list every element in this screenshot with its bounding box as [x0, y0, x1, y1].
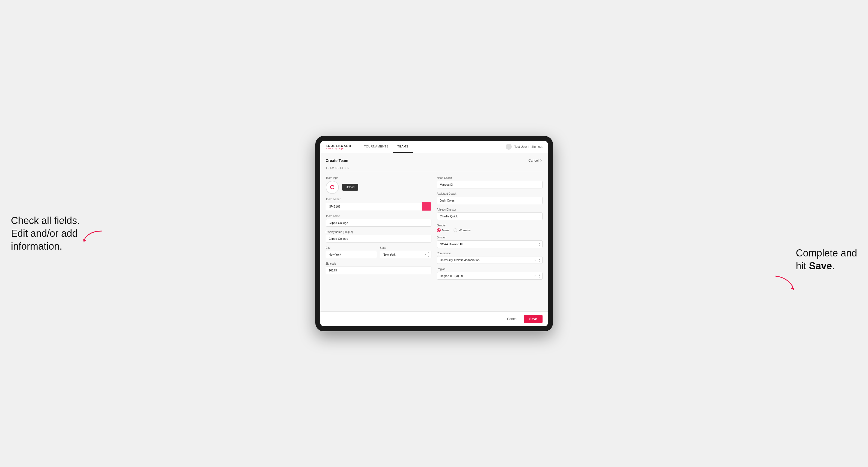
- team-logo-area: C Upload: [326, 181, 431, 194]
- annotation-save-bold: Save: [809, 260, 832, 272]
- tab-tournaments[interactable]: TOURNAMENTS: [360, 141, 393, 153]
- annotation-right-end: .: [832, 260, 835, 272]
- division-label: Division: [437, 236, 542, 239]
- team-logo-circle: C: [326, 181, 339, 194]
- city-input[interactable]: [326, 251, 377, 258]
- right-arrow: [773, 275, 795, 292]
- display-name-group: Display name (unique): [326, 230, 431, 243]
- region-clear-icon[interactable]: ✕: [534, 274, 536, 277]
- team-name-input[interactable]: [326, 219, 431, 227]
- region-label: Region: [437, 268, 542, 271]
- athletic-director-group: Athletic Director: [437, 208, 542, 220]
- state-label: State: [380, 246, 431, 249]
- section-label: TEAM DETAILS: [326, 166, 542, 172]
- state-clear-icon[interactable]: ✕: [424, 253, 427, 256]
- team-name-label: Team name: [326, 215, 431, 218]
- cancel-button-top[interactable]: Cancel ✕: [528, 159, 542, 162]
- radio-mens-dot: [437, 228, 441, 232]
- tab-teams[interactable]: TEAMS: [393, 141, 412, 153]
- create-team-header: Create Team Cancel ✕: [326, 158, 542, 163]
- nav-bar: SCOREBOARD Powered by clippd TOURNAMENTS…: [320, 141, 548, 153]
- assistant-coach-label: Assistant Coach: [437, 192, 542, 195]
- team-name-group: Team name: [326, 215, 431, 227]
- head-coach-input[interactable]: [437, 181, 542, 188]
- display-name-input[interactable]: [326, 235, 431, 243]
- team-colour-label: Team colour: [326, 198, 431, 201]
- team-logo-label: Team logo: [326, 177, 431, 180]
- gender-womens-label: Womens: [459, 228, 470, 232]
- head-coach-label: Head Coach: [437, 177, 542, 180]
- state-select[interactable]: New York: [380, 251, 431, 258]
- gender-group: Gender Mens Womens: [437, 224, 542, 232]
- conference-dropdown-wrapper: University Athletic Association ✕ ▲▼: [437, 256, 542, 264]
- division-dropdown-wrapper: NCAA Division III ▲▼: [437, 240, 542, 248]
- gender-mens-option[interactable]: Mens: [437, 228, 450, 232]
- athletic-director-label: Athletic Director: [437, 208, 542, 211]
- colour-swatch[interactable]: [422, 202, 431, 211]
- right-annotation: Complete and hit Save.: [796, 247, 857, 273]
- tablet-screen: SCOREBOARD Powered by clippd TOURNAMENTS…: [320, 141, 548, 326]
- page-wrapper: Check all fields. Edit and/or add inform…: [11, 136, 857, 331]
- form-layout: Team logo C Upload Team colour: [326, 177, 542, 283]
- annotation-line2: Edit and/or add: [11, 228, 78, 239]
- division-group: Division NCAA Division III ▲▼: [437, 236, 542, 248]
- conference-group: Conference University Athletic Associati…: [437, 252, 542, 264]
- team-logo-group: Team logo C Upload: [326, 177, 431, 194]
- annotation-right-line1: Complete and: [796, 247, 857, 259]
- region-select[interactable]: Region II - (M) DIII: [437, 272, 542, 280]
- athletic-director-input[interactable]: [437, 213, 542, 220]
- user-label: Test User |: [515, 145, 529, 148]
- colour-input-wrapper: [326, 202, 431, 211]
- display-name-label: Display name (unique): [326, 230, 431, 234]
- left-arrow: [83, 230, 104, 244]
- city-group: City: [326, 246, 377, 258]
- form-right: Head Coach Assistant Coach Athletic Dire…: [437, 177, 542, 283]
- zip-group: Zip code: [326, 262, 431, 274]
- nav-right: Test User | Sign out: [506, 144, 542, 150]
- close-icon: ✕: [540, 159, 542, 162]
- sign-out-link[interactable]: Sign out: [531, 145, 542, 148]
- state-select-wrapper: New York ✕ ⌃⌄: [380, 251, 431, 258]
- gender-row: Mens Womens: [437, 228, 542, 232]
- region-group: Region Region II - (M) DIII ✕ ▲▼: [437, 268, 542, 280]
- upload-button[interactable]: Upload: [342, 184, 359, 191]
- conference-clear-icon[interactable]: ✕: [534, 258, 536, 261]
- app-logo: SCOREBOARD Powered by clippd: [326, 144, 351, 149]
- main-content: Create Team Cancel ✕ TEAM DETAILS Team l…: [320, 153, 548, 311]
- team-colour-group: Team colour: [326, 198, 431, 211]
- conference-select[interactable]: University Athletic Association: [437, 256, 542, 264]
- form-left: Team logo C Upload Team colour: [326, 177, 431, 283]
- logo-title: SCOREBOARD: [326, 144, 351, 148]
- head-coach-group: Head Coach: [437, 177, 542, 188]
- left-annotation: Check all fields. Edit and/or add inform…: [11, 214, 80, 253]
- state-group: State New York ✕ ⌃⌄: [380, 246, 431, 258]
- annotation-line1: Check all fields.: [11, 215, 80, 226]
- gender-womens-option[interactable]: Womens: [454, 228, 470, 232]
- gender-label: Gender: [437, 224, 542, 227]
- logo-sub: Powered by clippd: [326, 148, 351, 149]
- division-select[interactable]: NCAA Division III: [437, 240, 542, 248]
- assistant-coach-group: Assistant Coach: [437, 192, 542, 204]
- avatar: [506, 144, 512, 150]
- zip-label: Zip code: [326, 262, 431, 265]
- zip-input[interactable]: [326, 267, 431, 274]
- page-title: Create Team: [326, 158, 348, 163]
- cancel-label-top: Cancel: [528, 159, 538, 162]
- colour-input[interactable]: [326, 203, 422, 210]
- tablet-frame: SCOREBOARD Powered by clippd TOURNAMENTS…: [315, 136, 553, 331]
- region-dropdown-wrapper: Region II - (M) DIII ✕ ▲▼: [437, 272, 542, 280]
- cancel-button-footer[interactable]: Cancel: [504, 315, 520, 322]
- gender-mens-label: Mens: [442, 228, 450, 232]
- annotation-line3: information.: [11, 240, 62, 251]
- conference-label: Conference: [437, 252, 542, 255]
- save-button[interactable]: Save: [524, 315, 542, 323]
- radio-womens-dot: [454, 228, 457, 232]
- annotation-right-line2: hit: [796, 260, 809, 272]
- form-footer: Cancel Save: [320, 311, 548, 326]
- city-state-row: City State New York ✕ ⌃⌄: [326, 246, 431, 262]
- city-label: City: [326, 246, 377, 249]
- assistant-coach-input[interactable]: [437, 197, 542, 204]
- nav-tabs: TOURNAMENTS TEAMS: [360, 141, 506, 153]
